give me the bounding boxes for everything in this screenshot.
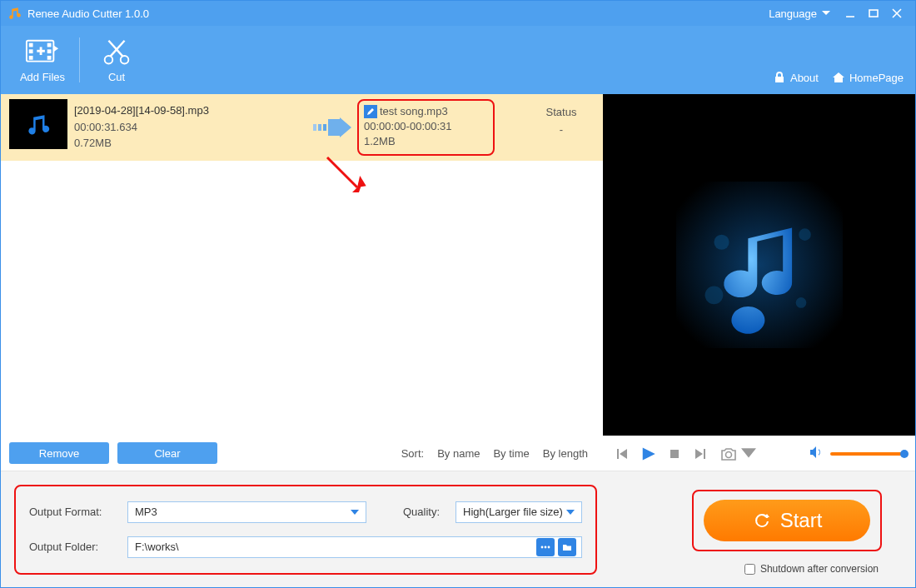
homepage-label: HomePage [849, 72, 904, 84]
start-label: Start [780, 509, 823, 532]
destination-size: 1.2MB [364, 134, 488, 149]
shutdown-checkbox[interactable] [744, 564, 755, 575]
preview-area [603, 94, 915, 436]
arrow-icon [307, 99, 357, 156]
file-list: [2019-04-28][14-09-58].mp3 00:00:31.634 … [1, 94, 603, 436]
status-header: Status [528, 106, 595, 118]
stop-button[interactable] [666, 446, 683, 462]
more-button[interactable] [536, 538, 555, 556]
svg-rect-17 [313, 124, 316, 131]
status-cell: Status - [528, 99, 595, 156]
sort-by-name[interactable]: By name [437, 447, 480, 460]
add-files-button[interactable]: Add Files [11, 37, 74, 83]
output-format-dropdown[interactable]: MP3 [127, 501, 366, 523]
svg-point-23 [799, 228, 811, 241]
remove-button[interactable]: Remove [9, 442, 109, 464]
edit-name-button[interactable] [364, 105, 377, 118]
source-filename: [2019-04-28][14-09-58].mp3 [74, 102, 307, 119]
chevron-down-icon [351, 506, 359, 518]
svg-rect-26 [670, 450, 679, 458]
close-button[interactable] [885, 3, 909, 23]
about-link[interactable]: About [773, 71, 819, 84]
snapshot-button[interactable] [719, 446, 758, 461]
destination-block: test song.mp3 00:00:00-00:00:31 1.2MB [357, 99, 495, 156]
toolbar-separator [79, 37, 80, 82]
chevron-down-icon [739, 446, 758, 461]
toolbar: Add Files Cut About HomePage [1, 26, 915, 94]
right-pane [603, 94, 915, 471]
svg-rect-18 [318, 124, 321, 131]
titlebar: Renee Audio Cutter 1.0.0 Language [1, 1, 915, 26]
output-settings: Output Format: MP3 Quality: High(Larger … [14, 485, 597, 575]
svg-rect-8 [47, 43, 52, 47]
svg-point-30 [548, 546, 550, 548]
svg-rect-19 [323, 124, 326, 131]
svg-point-22 [714, 235, 729, 250]
list-actions-bar: Remove Clear Sort: By name By time By le… [1, 436, 603, 471]
refresh-icon [752, 511, 772, 531]
svg-point-27 [726, 451, 732, 457]
file-row[interactable]: [2019-04-28][14-09-58].mp3 00:00:31.634 … [1, 94, 603, 161]
volume-knob[interactable] [900, 450, 909, 458]
file-thumbnail [9, 99, 67, 149]
prev-button[interactable] [613, 446, 630, 462]
svg-point-29 [545, 546, 547, 548]
sort-group: Sort: By name By time By length [401, 447, 588, 460]
app-logo-icon [7, 6, 22, 21]
sort-by-length[interactable]: By length [543, 447, 588, 460]
source-duration: 00:00:31.634 [74, 119, 307, 136]
chevron-down-icon [822, 10, 830, 17]
sort-label: Sort: [401, 447, 424, 460]
language-label: Language [769, 7, 817, 20]
source-size: 0.72MB [74, 135, 307, 152]
output-format-value: MP3 [135, 506, 157, 518]
volume-slider[interactable] [830, 452, 905, 456]
bottom-panel: Output Format: MP3 Quality: High(Larger … [1, 471, 915, 587]
sort-by-time[interactable]: By time [493, 447, 529, 460]
cut-label: Cut [108, 71, 125, 83]
minimize-button[interactable] [839, 3, 862, 23]
svg-point-14 [121, 56, 129, 64]
svg-rect-6 [29, 50, 33, 54]
cut-button[interactable]: Cut [85, 37, 148, 83]
start-button[interactable]: Start [704, 500, 870, 541]
add-files-label: Add Files [20, 71, 65, 83]
quality-value: High(Larger file size) [463, 506, 563, 518]
svg-rect-1 [869, 10, 878, 17]
svg-rect-7 [29, 56, 33, 60]
svg-point-13 [105, 56, 113, 64]
play-button[interactable] [640, 446, 656, 462]
volume-icon[interactable] [809, 445, 824, 463]
filmstrip-plus-icon [25, 37, 60, 67]
language-dropdown[interactable]: Language [769, 7, 830, 20]
svg-rect-10 [47, 56, 52, 60]
svg-rect-9 [47, 50, 52, 54]
browse-folder-button[interactable] [558, 538, 576, 556]
chevron-down-icon [566, 506, 575, 518]
about-label: About [790, 72, 819, 84]
clear-button[interactable]: Clear [117, 442, 217, 464]
svg-rect-5 [29, 43, 33, 47]
output-folder-value: F:\works\ [135, 541, 533, 553]
homepage-link[interactable]: HomePage [832, 71, 904, 84]
svg-line-15 [110, 41, 124, 57]
destination-filename: test song.mp3 [380, 104, 448, 119]
next-button[interactable] [693, 446, 709, 462]
quality-label: Quality: [403, 506, 449, 518]
home-icon [832, 71, 845, 84]
source-info: [2019-04-28][14-09-58].mp3 00:00:31.634 … [74, 99, 307, 156]
shutdown-checkbox-row[interactable]: Shutdown after conversion [744, 563, 879, 575]
svg-line-16 [108, 41, 122, 57]
start-box: Start [692, 490, 882, 551]
maximize-button[interactable] [862, 3, 885, 23]
shutdown-checkbox-label: Shutdown after conversion [760, 563, 879, 575]
svg-point-28 [541, 546, 544, 548]
scissors-icon [99, 37, 134, 67]
app-title: Renee Audio Cutter 1.0.0 [27, 7, 149, 20]
player-controls [603, 436, 915, 471]
status-value: - [528, 123, 595, 136]
output-folder-input[interactable]: F:\works\ [127, 536, 582, 558]
output-format-label: Output Format: [29, 506, 116, 518]
svg-point-25 [795, 297, 806, 308]
quality-dropdown[interactable]: High(Larger file size) [456, 501, 582, 523]
